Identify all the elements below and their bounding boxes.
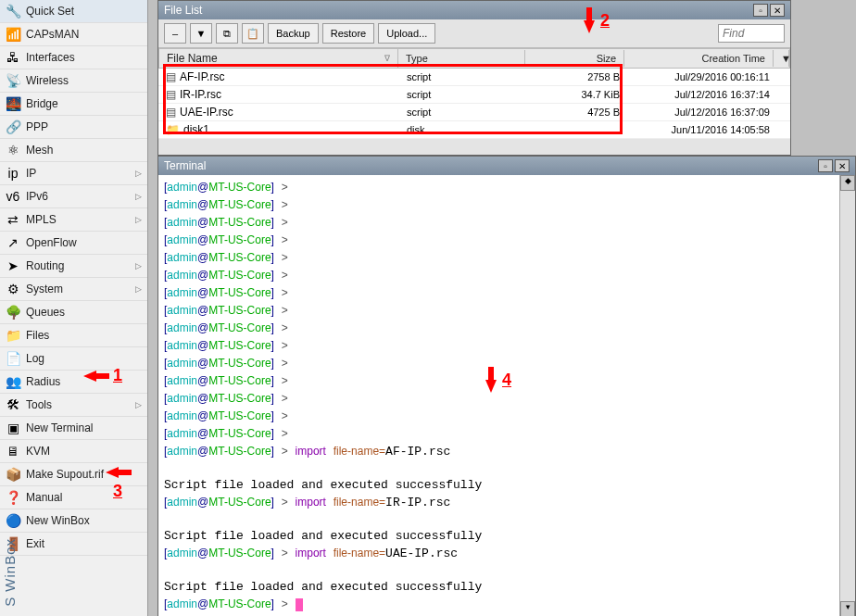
col-size[interactable]: Size bbox=[525, 50, 624, 67]
menu-icon: 🔵 bbox=[6, 513, 20, 528]
paste-button[interactable]: 📋 bbox=[242, 23, 264, 44]
terminal-scrollbar[interactable]: ◆ ▾ bbox=[839, 175, 855, 616]
close-button[interactable]: ✕ bbox=[770, 4, 785, 17]
menu-item-wireless[interactable]: 📡Wireless bbox=[0, 69, 147, 93]
menu-icon: ⚛ bbox=[6, 143, 20, 157]
app-vertical-label: S WinBox bbox=[0, 534, 19, 610]
menu-label: New Terminal bbox=[26, 421, 142, 434]
menu-label: Wireless bbox=[26, 74, 142, 87]
menu-item-exit[interactable]: 🚪Exit bbox=[0, 533, 147, 556]
file-size: 2758 B bbox=[527, 69, 627, 84]
menu-label: Files bbox=[26, 329, 142, 342]
menu-label: CAPsMAN bbox=[26, 28, 142, 41]
file-type: script bbox=[399, 87, 527, 102]
menu-item-routing[interactable]: ➤Routing▷ bbox=[0, 255, 147, 278]
terminal-title: Terminal bbox=[164, 159, 816, 172]
menu-icon: ↗ bbox=[6, 235, 20, 250]
file-table: File Name∇ Type Size Creation Time ▼ ▤ A… bbox=[158, 48, 790, 139]
menu-icon: ⚙ bbox=[6, 282, 20, 296]
upload-button[interactable]: Upload... bbox=[378, 23, 435, 44]
submenu-arrow-icon: ▷ bbox=[135, 400, 142, 409]
menu-item-bridge[interactable]: 🌉Bridge bbox=[0, 93, 147, 116]
file-size bbox=[527, 128, 627, 132]
submenu-arrow-icon: ▷ bbox=[135, 261, 142, 270]
remove-button[interactable]: – bbox=[164, 23, 186, 44]
menu-label: System bbox=[26, 283, 130, 295]
menu-item-kvm[interactable]: 🖥KVM bbox=[0, 440, 147, 463]
menu-icon: 📁 bbox=[6, 328, 20, 343]
menu-label: Log bbox=[26, 352, 142, 365]
table-row[interactable]: 📁 disk1diskJun/11/2016 14:05:58 bbox=[158, 121, 790, 139]
menu-label: Tools bbox=[26, 398, 130, 411]
sidebar: 🔧Quick Set📶CAPsMAN🖧Interfaces📡Wireless🌉B… bbox=[0, 0, 148, 616]
table-row[interactable]: ▤ AF-IP.rscscript2758 BJul/29/2016 00:16… bbox=[158, 69, 790, 86]
scroll-down-button[interactable]: ▾ bbox=[840, 601, 855, 616]
menu-item-mesh[interactable]: ⚛Mesh bbox=[0, 139, 147, 162]
minimize-button[interactable]: ▫ bbox=[753, 4, 768, 17]
menu-label: MPLS bbox=[26, 213, 130, 226]
table-row[interactable]: ▤ IR-IP.rscscript34.7 KiBJul/12/2016 16:… bbox=[158, 86, 790, 104]
file-size: 34.7 KiB bbox=[527, 87, 627, 102]
menu-item-log[interactable]: 📄Log bbox=[0, 347, 147, 371]
terminal-titlebar[interactable]: Terminal ▫ ✕ bbox=[158, 157, 855, 175]
menu-item-tools[interactable]: 🛠Tools▷ bbox=[0, 394, 147, 417]
menu-icon: 🖧 bbox=[6, 50, 20, 65]
menu-item-manual[interactable]: ❓Manual bbox=[0, 486, 147, 509]
file-ctime: Jul/29/2016 00:16:11 bbox=[627, 69, 777, 84]
menu-label: New WinBox bbox=[26, 514, 142, 527]
menu-item-queues[interactable]: 🌳Queues bbox=[0, 301, 147, 324]
menu-icon: ⇄ bbox=[6, 212, 20, 227]
backup-button[interactable]: Backup bbox=[268, 23, 319, 44]
menu-item-interfaces[interactable]: 🖧Interfaces bbox=[0, 46, 147, 69]
file-toolbar: – ▼ ⧉ 📋 Backup Restore Upload... bbox=[158, 19, 790, 48]
file-size: 4725 B bbox=[527, 105, 627, 119]
file-icon: ▤ bbox=[166, 70, 176, 83]
file-name: AF-IP.rsc bbox=[180, 70, 224, 83]
menu-item-radius[interactable]: 👥Radius bbox=[0, 371, 147, 394]
menu-item-openflow[interactable]: ↗OpenFlow bbox=[0, 232, 147, 255]
menu-item-ipv6[interactable]: v6IPv6▷ bbox=[0, 185, 147, 208]
find-input[interactable] bbox=[718, 24, 785, 43]
menu-item-files[interactable]: 📁Files bbox=[0, 324, 147, 347]
col-type[interactable]: Type bbox=[398, 50, 525, 67]
menu-item-ip[interactable]: ipIP▷ bbox=[0, 162, 147, 185]
submenu-arrow-icon: ▷ bbox=[135, 169, 142, 178]
restore-button[interactable]: Restore bbox=[322, 23, 375, 44]
menu-label: Routing bbox=[26, 259, 130, 272]
menu-label: Exit bbox=[26, 537, 142, 550]
file-ctime: Jun/11/2016 14:05:58 bbox=[627, 122, 777, 137]
menu-label: Interfaces bbox=[26, 51, 142, 64]
menu-label: Make Supout.rif bbox=[26, 468, 142, 481]
table-header[interactable]: File Name∇ Type Size Creation Time ▼ bbox=[158, 48, 790, 69]
menu-icon: 📦 bbox=[6, 467, 20, 482]
menu-item-make-supout-rif[interactable]: 📦Make Supout.rif bbox=[0, 463, 147, 486]
file-name: UAE-IP.rsc bbox=[180, 106, 233, 119]
col-menu-button[interactable]: ▼ bbox=[774, 50, 789, 67]
menu-item-system[interactable]: ⚙System▷ bbox=[0, 278, 147, 301]
file-type: script bbox=[399, 69, 527, 84]
menu-item-new-winbox[interactable]: 🔵New WinBox bbox=[0, 509, 147, 533]
menu-item-quick-set[interactable]: 🔧Quick Set bbox=[0, 0, 147, 23]
menu-label: IPv6 bbox=[26, 190, 130, 203]
col-ctime[interactable]: Creation Time bbox=[624, 50, 774, 67]
terminal-close-button[interactable]: ✕ bbox=[835, 159, 850, 172]
terminal-window: Terminal ▫ ✕ [admin@MT-US-Core] > [admin… bbox=[157, 156, 856, 616]
menu-icon: 🖥 bbox=[6, 444, 20, 459]
menu-icon: ➤ bbox=[6, 258, 20, 273]
filter-button[interactable]: ▼ bbox=[190, 23, 212, 44]
file-list-titlebar[interactable]: File List ▫ ✕ bbox=[158, 1, 790, 19]
menu-item-new-terminal[interactable]: ▣New Terminal bbox=[0, 417, 147, 440]
scroll-up-button[interactable]: ◆ bbox=[840, 175, 855, 191]
col-file-name[interactable]: File Name∇ bbox=[159, 49, 398, 68]
terminal-minimize-button[interactable]: ▫ bbox=[818, 159, 833, 172]
menu-item-capsman[interactable]: 📶CAPsMAN bbox=[0, 23, 147, 46]
terminal-content[interactable]: [admin@MT-US-Core] > [admin@MT-US-Core] … bbox=[158, 175, 839, 616]
copy-button[interactable]: ⧉ bbox=[216, 23, 238, 44]
menu-item-ppp[interactable]: 🔗PPP bbox=[0, 116, 147, 139]
menu-label: Manual bbox=[26, 491, 142, 504]
file-type: script bbox=[399, 105, 527, 119]
table-row[interactable]: ▤ UAE-IP.rscscript4725 BJul/12/2016 16:3… bbox=[158, 104, 790, 121]
menu-item-mpls[interactable]: ⇄MPLS▷ bbox=[0, 208, 147, 232]
menu-label: PPP bbox=[26, 120, 142, 133]
submenu-arrow-icon: ▷ bbox=[135, 192, 142, 201]
